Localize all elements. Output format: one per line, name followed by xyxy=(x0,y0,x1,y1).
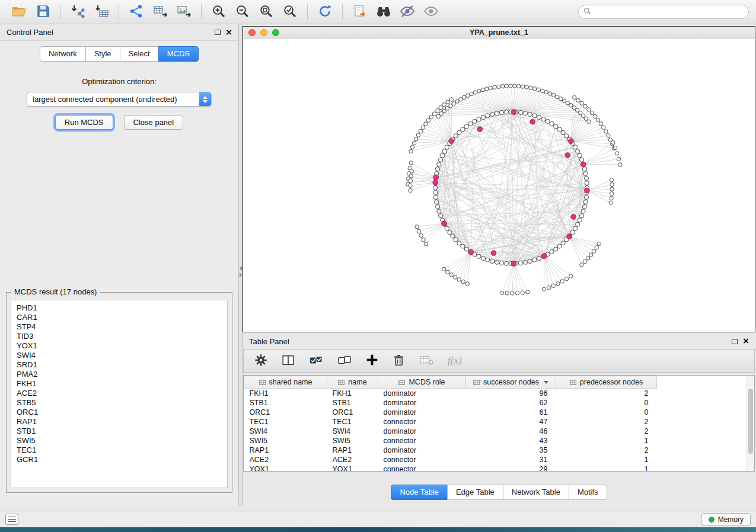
mcds-result-list[interactable]: PHD1CAR1STP4TID3YOX1SWI4SRD1PMA2FKH1ACE2… xyxy=(11,300,228,488)
zoom-selected-button[interactable] xyxy=(278,2,302,21)
zoom-out-icon xyxy=(235,4,250,20)
fx-icon: f(x) xyxy=(448,355,462,367)
sort-caret-icon[interactable] xyxy=(544,381,548,384)
mcds-result-item[interactable]: ACE2 xyxy=(17,389,222,398)
status-menu-button[interactable] xyxy=(5,514,18,525)
float-table-panel-icon[interactable] xyxy=(732,339,738,344)
clear-table-button[interactable] xyxy=(419,354,433,368)
criterion-dropdown[interactable]: largest connected component (undirected) xyxy=(27,92,212,107)
add-column-button[interactable] xyxy=(366,354,378,368)
column-header[interactable]: name xyxy=(327,376,378,389)
scrollbar-thumb[interactable] xyxy=(748,389,753,454)
table-row[interactable]: FKH1 FKH1 dominator 96 2 xyxy=(244,389,657,398)
network-view-window: YPA_prune.txt_1 xyxy=(243,26,755,332)
table-row[interactable]: TEC1 TEC1 connector 47 2 xyxy=(244,417,657,427)
zoom-in-button[interactable] xyxy=(207,2,231,21)
tab-network[interactable]: Network xyxy=(40,46,86,62)
mcds-result-item[interactable]: PHD1 xyxy=(17,303,222,313)
tab-motifs[interactable]: Motifs xyxy=(569,485,607,500)
export-network-button[interactable] xyxy=(125,2,148,21)
table-row[interactable]: ORC1 ORC1 dominator 61 0 xyxy=(244,408,657,417)
mcds-result-item[interactable]: PMA2 xyxy=(17,370,222,379)
window-close-icon[interactable] xyxy=(248,29,256,36)
network-window-title: YPA_prune.txt_1 xyxy=(243,28,755,37)
tab-select[interactable]: Select xyxy=(120,46,159,62)
import-network-file-button[interactable] xyxy=(66,2,90,21)
tab-network-table[interactable]: Network Table xyxy=(503,485,569,500)
mcds-result-item[interactable]: CAR1 xyxy=(17,313,222,322)
node-table-header-row: shared name name xyxy=(244,376,657,389)
mcds-result-item[interactable]: TID3 xyxy=(17,332,222,341)
float-panel-icon[interactable] xyxy=(215,30,221,35)
table-row[interactable]: YOX1 YOX1 connector 29 1 xyxy=(244,464,657,472)
export-image-button[interactable] xyxy=(172,2,196,21)
mcds-result-item[interactable]: SRD1 xyxy=(17,360,222,370)
search-network-button[interactable] xyxy=(372,2,395,21)
tab-mcds[interactable]: MCDS xyxy=(158,46,199,62)
column-header[interactable]: shared name xyxy=(244,376,327,389)
import-table-file-button[interactable] xyxy=(90,2,113,21)
share-document-button[interactable] xyxy=(348,2,372,21)
mcds-result-item[interactable]: SWI4 xyxy=(17,351,222,360)
import-table-icon xyxy=(94,4,109,20)
zoom-in-icon xyxy=(212,4,226,20)
search-input[interactable] xyxy=(594,8,744,16)
splitter-collapse-arrows[interactable] xyxy=(239,266,242,277)
mcds-result-item[interactable]: GCR1 xyxy=(17,455,222,464)
open-file-button[interactable] xyxy=(7,2,31,21)
checked-boxes-icon xyxy=(309,354,323,368)
column-header[interactable]: MCDS role xyxy=(378,376,466,389)
control-panel-body: Network Style Select MCDS Optimization c… xyxy=(0,40,238,506)
table-row[interactable]: ACE2 ACE2 connector 31 1 xyxy=(244,455,657,464)
deselect-all-rows-button[interactable] xyxy=(337,354,352,368)
show-graphics-details-button[interactable] xyxy=(419,2,443,21)
network-canvas[interactable] xyxy=(243,39,754,331)
table-settings-button[interactable] xyxy=(254,354,267,368)
toolbar-separator xyxy=(119,4,119,20)
mcds-result-item[interactable]: STB1 xyxy=(17,427,222,436)
table-scrollbar[interactable] xyxy=(747,376,754,471)
save-session-button[interactable] xyxy=(31,2,55,21)
mcds-result-item[interactable]: STP4 xyxy=(17,322,222,332)
mcds-result-item[interactable]: STB5 xyxy=(17,398,222,408)
export-table-button[interactable] xyxy=(148,2,172,21)
table-panel-tabs: Node Table Edge Table Network Table Moti… xyxy=(243,485,755,500)
function-builder-button[interactable]: f(x) xyxy=(448,355,462,367)
column-header[interactable]: successor nodes xyxy=(466,376,556,389)
delete-column-button[interactable] xyxy=(393,354,405,368)
tab-style[interactable]: Style xyxy=(85,46,120,62)
hide-graphics-details-button[interactable] xyxy=(395,2,419,21)
network-search-field[interactable] xyxy=(578,5,749,19)
show-columns-button[interactable] xyxy=(282,354,295,368)
close-table-panel-icon[interactable]: × xyxy=(743,338,749,344)
memory-button[interactable]: Memory xyxy=(701,513,751,525)
select-all-rows-button[interactable] xyxy=(309,354,323,368)
column-type-icon xyxy=(473,380,480,385)
table-row[interactable]: SWI4 SWI4 dominator 46 2 xyxy=(244,427,657,436)
open-folder-icon xyxy=(11,4,27,20)
run-mcds-button[interactable]: Run MCDS xyxy=(55,115,113,130)
column-header[interactable]: predecessor nodes xyxy=(556,376,657,389)
zoom-fit-button[interactable] xyxy=(254,2,278,21)
mcds-result-item[interactable]: TEC1 xyxy=(17,446,222,455)
mcds-result-item[interactable]: SWI5 xyxy=(17,436,222,446)
share-document-icon xyxy=(353,4,367,20)
tab-edge-table[interactable]: Edge Table xyxy=(447,485,503,500)
panel-splitter[interactable] xyxy=(238,24,243,506)
window-maximize-icon[interactable] xyxy=(272,29,279,36)
tab-node-table[interactable]: Node Table xyxy=(391,485,448,500)
window-minimize-icon[interactable] xyxy=(260,29,267,36)
mcds-result-item[interactable]: RAP1 xyxy=(17,417,222,427)
mcds-result-item[interactable]: ORC1 xyxy=(17,408,222,417)
table-row[interactable]: STB1 STB1 dominator 62 0 xyxy=(244,398,657,408)
close-panel-button[interactable]: Close panel xyxy=(124,115,184,130)
close-panel-icon[interactable]: × xyxy=(226,30,232,36)
table-row[interactable]: RAP1 RAP1 dominator 35 2 xyxy=(244,446,657,455)
mcds-result-item[interactable]: YOX1 xyxy=(17,341,222,351)
save-icon xyxy=(36,4,50,20)
zoom-out-button[interactable] xyxy=(231,2,254,21)
mcds-result-item[interactable]: FKH1 xyxy=(17,379,222,389)
gear-icon xyxy=(254,354,267,368)
table-row[interactable]: SWI5 SWI5 connector 43 1 xyxy=(244,436,657,446)
refresh-view-button[interactable] xyxy=(313,2,337,21)
